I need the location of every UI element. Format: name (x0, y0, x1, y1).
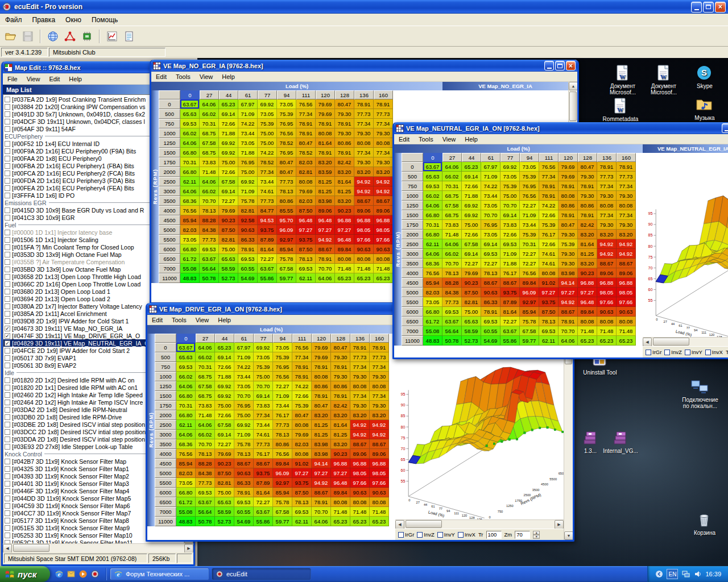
map-cell[interactable]: 80.08 (597, 201, 617, 210)
row-header[interactable]: 1250 (155, 381, 176, 391)
map-checkbox[interactable] (5, 237, 10, 243)
row-header[interactable]: 1000 (159, 128, 180, 138)
map-checkbox[interactable] (5, 148, 10, 154)
map-cell[interactable]: 70.70 (234, 391, 254, 401)
map-cell[interactable]: 81.25 (316, 177, 335, 186)
map-cell[interactable]: 97.27 (296, 225, 316, 235)
menu-item[interactable]: Tools (167, 316, 191, 324)
map-cell[interactable]: 90.63 (238, 225, 258, 235)
desktop-icon-2[interactable]: WДокумент Microsof... (644, 64, 684, 95)
row-header[interactable]: 7000 (155, 507, 176, 517)
map-cell[interactable]: 77.73 (258, 196, 277, 206)
map-cell[interactable]: 94.92 (350, 420, 370, 430)
map-cell[interactable]: 67.58 (520, 326, 539, 336)
map-cell[interactable]: 82.42 (335, 157, 354, 167)
map-cell[interactable]: 69.92 (234, 420, 254, 430)
map-cell[interactable]: 75.39 (559, 239, 578, 249)
map-cell[interactable]: 73.44 (258, 177, 277, 186)
map-cell[interactable]: 71.48 (350, 507, 370, 517)
map-cell[interactable]: 78.91 (234, 488, 254, 497)
map-checkbox[interactable] (5, 481, 10, 487)
map-cell[interactable]: 88.28 (196, 459, 215, 468)
column-header[interactable]: 111 (539, 153, 559, 162)
map-cell[interactable]: 77.73 (350, 352, 370, 362)
map-cell[interactable]: 52.73 (462, 336, 481, 346)
map-cell[interactable]: 97.27 (331, 468, 350, 478)
map-cell[interactable]: 83.20 (617, 230, 636, 239)
map-cell[interactable]: 79.69 (312, 343, 331, 352)
map-cell[interactable]: 72.66 (462, 230, 481, 239)
map-cell[interactable]: 72.27 (481, 259, 500, 268)
map-cell[interactable]: 73.44 (254, 420, 273, 430)
map-cell[interactable]: 73.05 (258, 109, 277, 119)
map-cell[interactable]: 74.61 (258, 186, 277, 196)
map-cell[interactable]: 77.73 (597, 172, 617, 181)
map-cell[interactable]: 69.53 (500, 239, 520, 249)
row-header[interactable]: 6000 (402, 307, 423, 317)
map-cell[interactable]: 82.81 (219, 235, 238, 244)
map-cell[interactable]: 76.95 (277, 148, 296, 157)
map-checkbox[interactable] (5, 459, 10, 464)
map-cell[interactable]: 94.92 (316, 235, 335, 244)
map-cell[interactable]: 64.06 (442, 239, 462, 249)
column-header[interactable]: 0 (423, 153, 442, 162)
map-cell[interactable]: 59.77 (520, 336, 539, 346)
map-cell[interactable]: 96.48 (335, 235, 354, 244)
map-cell[interactable]: 78.91 (481, 307, 500, 317)
map-cell[interactable]: 71.88 (462, 191, 481, 201)
checkbox-box[interactable] (705, 350, 711, 355)
zoom-spinner[interactable]: ▲▼ (533, 531, 540, 539)
map-checkbox[interactable] (5, 141, 10, 147)
map-cell[interactable]: 78.91 (331, 362, 350, 372)
map-cell[interactable]: 67.97 (234, 343, 254, 352)
map-cell[interactable]: 82.42 (331, 401, 350, 410)
map-cell[interactable]: 54.69 (481, 336, 500, 346)
task-button-ecuedit[interactable]: ecuEdit (212, 568, 311, 580)
map-cell[interactable]: 88.28 (200, 215, 219, 225)
map-cell[interactable]: 71.88 (215, 372, 234, 381)
map-cell[interactable]: 65.63 (176, 352, 196, 362)
map-cell[interactable]: 81.25 (578, 249, 597, 259)
map-cell[interactable]: 75.00 (500, 191, 520, 201)
map-cell[interactable]: 82.03 (296, 157, 316, 167)
map-cell[interactable]: 83.20 (597, 230, 617, 239)
map-cell[interactable]: 73.83 (442, 220, 462, 230)
map-cell[interactable]: 78.91 (331, 391, 350, 401)
map-cell[interactable]: 64.06 (180, 138, 200, 148)
map-cell[interactable]: 71.48 (354, 264, 374, 273)
map-cell[interactable]: 56.64 (442, 326, 462, 336)
column-header[interactable]: 44 (219, 90, 238, 99)
column-header[interactable]: 77 (254, 334, 273, 343)
map-cell[interactable]: 73.05 (500, 172, 520, 181)
map-cell[interactable]: 86.33 (238, 235, 258, 244)
map-cell[interactable]: 94.14 (559, 278, 578, 288)
map-cell[interactable]: 73.83 (500, 220, 520, 230)
map-list-horizontal-scrollbar[interactable]: ◀ ▶ (3, 543, 193, 552)
map-cell[interactable]: 78.91 (238, 244, 258, 254)
map-cell[interactable]: 79.69 (316, 99, 335, 109)
map-cell[interactable]: 79.30 (617, 191, 636, 201)
map-cell[interactable]: 64.06 (423, 249, 442, 259)
map-cell[interactable]: 55.08 (423, 326, 442, 336)
map-cell[interactable]: 88.67 (559, 307, 578, 317)
map-cell[interactable]: 77.73 (442, 297, 462, 307)
row-header[interactable]: 4000 (159, 206, 180, 215)
map-cell[interactable]: 72.27 (254, 497, 273, 507)
map-cell[interactable]: 75.00 (219, 157, 238, 167)
row-header[interactable]: 4500 (155, 459, 176, 468)
map-cell[interactable]: 68.75 (196, 372, 215, 381)
column-header[interactable]: 120 (312, 334, 331, 343)
map-cell[interactable]: 78.91 (335, 148, 354, 157)
map-cell[interactable]: 78.91 (374, 99, 393, 109)
map-cell[interactable]: 97.27 (316, 225, 335, 235)
row-header[interactable]: 3000 (155, 430, 176, 439)
menu-item[interactable]: Help (213, 316, 235, 324)
map-cell[interactable]: 74.22 (481, 181, 500, 191)
chart-icon[interactable] (105, 29, 119, 44)
map-checkbox[interactable] (5, 518, 10, 523)
map-cell[interactable]: 77.34 (296, 109, 316, 119)
map-cell[interactable]: 74.61 (539, 249, 559, 259)
map-cell[interactable]: 77.34 (370, 362, 389, 372)
map-cell[interactable]: 73.44 (520, 220, 539, 230)
row-header[interactable]: 500 (155, 352, 176, 362)
